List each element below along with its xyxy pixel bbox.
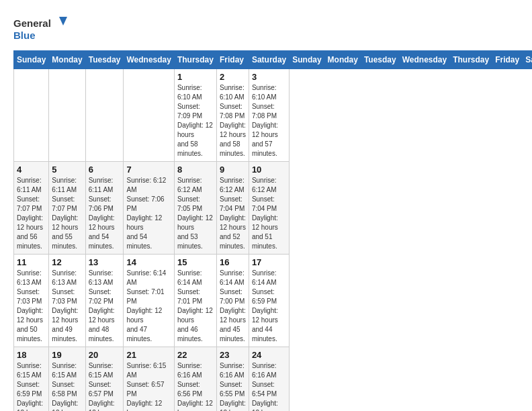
day-info: Sunrise: 6:13 AMSunset: 7:03 PMDaylight:…	[17, 269, 46, 344]
calendar-cell: 23Sunrise: 6:16 AMSunset: 6:55 PMDayligh…	[216, 347, 249, 412]
day-info: Sunrise: 6:13 AMSunset: 7:03 PMDaylight:…	[52, 269, 82, 344]
day-number: 14	[126, 257, 171, 267]
day-header-wednesday: Wednesday	[124, 51, 174, 69]
day-header-monday: Monday	[49, 51, 85, 69]
calendar-cell: 20Sunrise: 6:15 AMSunset: 6:57 PMDayligh…	[85, 347, 124, 412]
day-info: Sunrise: 6:14 AMSunset: 6:59 PMDaylight:…	[252, 269, 286, 344]
calendar-cell	[49, 69, 85, 162]
day-info: Sunrise: 6:10 AMSunset: 7:08 PMDaylight:…	[252, 83, 286, 158]
logo-svg: General Blue	[13, 13, 67, 44]
day-info: Sunrise: 6:10 AMSunset: 7:09 PMDaylight:…	[177, 83, 214, 158]
day-info: Sunrise: 6:12 AMSunset: 7:04 PMDaylight:…	[252, 176, 286, 251]
day-number: 10	[252, 165, 286, 175]
day-number: 23	[220, 350, 246, 360]
calendar-cell: 14Sunrise: 6:14 AMSunset: 7:01 PMDayligh…	[124, 255, 174, 347]
svg-text:Blue: Blue	[13, 30, 36, 41]
calendar-table: SundayMondayTuesdayWednesdayThursdayFrid…	[13, 50, 532, 411]
day-info: Sunrise: 6:12 AMSunset: 7:05 PMDaylight:…	[177, 176, 214, 251]
day-number: 2	[220, 72, 246, 82]
calendar-cell	[124, 69, 174, 162]
day-header-saturday: Saturday	[249, 51, 289, 69]
calendar-cell: 18Sunrise: 6:15 AMSunset: 6:59 PMDayligh…	[14, 347, 49, 412]
calendar-week-1: 1Sunrise: 6:10 AMSunset: 7:09 PMDaylight…	[14, 69, 533, 162]
day-info: Sunrise: 6:15 AMSunset: 6:57 PMDaylight:…	[126, 361, 171, 411]
calendar-cell: 10Sunrise: 6:12 AMSunset: 7:04 PMDayligh…	[249, 162, 289, 255]
day-number: 9	[220, 165, 246, 175]
day-header-sunday: Sunday	[14, 51, 49, 69]
col-header-sunday: Sunday	[290, 51, 324, 69]
day-number: 8	[177, 165, 214, 175]
page-header: General Blue	[13, 13, 519, 44]
day-info: Sunrise: 6:10 AMSunset: 7:08 PMDaylight:…	[220, 83, 246, 158]
calendar-week-2: 4Sunrise: 6:11 AMSunset: 7:07 PMDaylight…	[14, 162, 533, 255]
calendar-cell: 21Sunrise: 6:15 AMSunset: 6:57 PMDayligh…	[124, 347, 174, 412]
calendar-cell: 7Sunrise: 6:12 AMSunset: 7:06 PMDaylight…	[124, 162, 174, 255]
day-number: 19	[52, 350, 82, 360]
day-header-tuesday: Tuesday	[85, 51, 124, 69]
day-number: 18	[17, 350, 46, 360]
day-number: 22	[177, 350, 214, 360]
day-info: Sunrise: 6:12 AMSunset: 7:04 PMDaylight:…	[220, 176, 246, 251]
calendar-cell	[85, 69, 124, 162]
calendar-cell: 15Sunrise: 6:14 AMSunset: 7:01 PMDayligh…	[174, 255, 216, 347]
day-info: Sunrise: 6:13 AMSunset: 7:02 PMDaylight:…	[89, 269, 121, 344]
day-number: 6	[89, 165, 121, 175]
day-number: 21	[126, 350, 171, 360]
calendar-header-row: SundayMondayTuesdayWednesdayThursdayFrid…	[14, 51, 533, 69]
calendar-cell: 19Sunrise: 6:15 AMSunset: 6:58 PMDayligh…	[49, 347, 85, 412]
col-header-monday: Monday	[324, 51, 361, 69]
day-header-friday: Friday	[216, 51, 249, 69]
day-info: Sunrise: 6:15 AMSunset: 6:59 PMDaylight:…	[17, 361, 46, 411]
day-number: 24	[252, 350, 286, 360]
calendar-cell: 9Sunrise: 6:12 AMSunset: 7:04 PMDaylight…	[216, 162, 249, 255]
day-number: 3	[252, 72, 286, 82]
day-info: Sunrise: 6:15 AMSunset: 6:57 PMDaylight:…	[89, 361, 121, 411]
calendar-cell: 16Sunrise: 6:14 AMSunset: 7:00 PMDayligh…	[216, 255, 249, 347]
day-header-thursday: Thursday	[174, 51, 216, 69]
day-info: Sunrise: 6:16 AMSunset: 6:55 PMDaylight:…	[220, 361, 246, 411]
col-header-friday: Friday	[492, 51, 523, 69]
calendar-cell: 3Sunrise: 6:10 AMSunset: 7:08 PMDaylight…	[249, 69, 289, 162]
calendar-cell: 1Sunrise: 6:10 AMSunset: 7:09 PMDaylight…	[174, 69, 216, 162]
calendar-cell: 22Sunrise: 6:16 AMSunset: 6:56 PMDayligh…	[174, 347, 216, 412]
col-header-saturday: Saturday	[523, 51, 532, 69]
calendar-cell: 11Sunrise: 6:13 AMSunset: 7:03 PMDayligh…	[14, 255, 49, 347]
day-number: 5	[52, 165, 82, 175]
day-number: 7	[126, 165, 171, 175]
day-number: 12	[52, 257, 82, 267]
col-header-wednesday: Wednesday	[399, 51, 449, 69]
day-info: Sunrise: 6:11 AMSunset: 7:07 PMDaylight:…	[52, 176, 82, 251]
day-number: 17	[252, 257, 286, 267]
calendar-cell: 2Sunrise: 6:10 AMSunset: 7:08 PMDaylight…	[216, 69, 249, 162]
calendar-week-4: 18Sunrise: 6:15 AMSunset: 6:59 PMDayligh…	[14, 347, 533, 412]
calendar-cell: 4Sunrise: 6:11 AMSunset: 7:07 PMDaylight…	[14, 162, 49, 255]
day-info: Sunrise: 6:14 AMSunset: 7:01 PMDaylight:…	[126, 269, 171, 344]
day-info: Sunrise: 6:16 AMSunset: 6:54 PMDaylight:…	[252, 361, 286, 411]
calendar-week-3: 11Sunrise: 6:13 AMSunset: 7:03 PMDayligh…	[14, 255, 533, 347]
day-number: 11	[17, 257, 46, 267]
day-info: Sunrise: 6:14 AMSunset: 7:00 PMDaylight:…	[220, 269, 246, 344]
day-number: 20	[89, 350, 121, 360]
calendar-cell: 24Sunrise: 6:16 AMSunset: 6:54 PMDayligh…	[249, 347, 289, 412]
day-info: Sunrise: 6:14 AMSunset: 7:01 PMDaylight:…	[177, 269, 214, 344]
calendar-cell	[14, 69, 49, 162]
svg-marker-2	[59, 17, 67, 26]
svg-text:General: General	[13, 17, 51, 29]
day-info: Sunrise: 6:11 AMSunset: 7:06 PMDaylight:…	[89, 176, 121, 251]
day-info: Sunrise: 6:12 AMSunset: 7:06 PMDaylight:…	[126, 176, 171, 251]
day-number: 1	[177, 72, 214, 82]
calendar-cell: 6Sunrise: 6:11 AMSunset: 7:06 PMDaylight…	[85, 162, 124, 255]
day-number: 16	[220, 257, 246, 267]
calendar-cell: 17Sunrise: 6:14 AMSunset: 6:59 PMDayligh…	[249, 255, 289, 347]
day-number: 13	[89, 257, 121, 267]
day-info: Sunrise: 6:15 AMSunset: 6:58 PMDaylight:…	[52, 361, 82, 411]
calendar-cell: 12Sunrise: 6:13 AMSunset: 7:03 PMDayligh…	[49, 255, 85, 347]
day-info: Sunrise: 6:11 AMSunset: 7:07 PMDaylight:…	[17, 176, 46, 251]
calendar-cell: 13Sunrise: 6:13 AMSunset: 7:02 PMDayligh…	[85, 255, 124, 347]
day-number: 4	[17, 165, 46, 175]
col-header-tuesday: Tuesday	[361, 51, 399, 69]
calendar-cell: 5Sunrise: 6:11 AMSunset: 7:07 PMDaylight…	[49, 162, 85, 255]
col-header-thursday: Thursday	[450, 51, 492, 69]
calendar-cell: 8Sunrise: 6:12 AMSunset: 7:05 PMDaylight…	[174, 162, 216, 255]
day-number: 15	[177, 257, 214, 267]
